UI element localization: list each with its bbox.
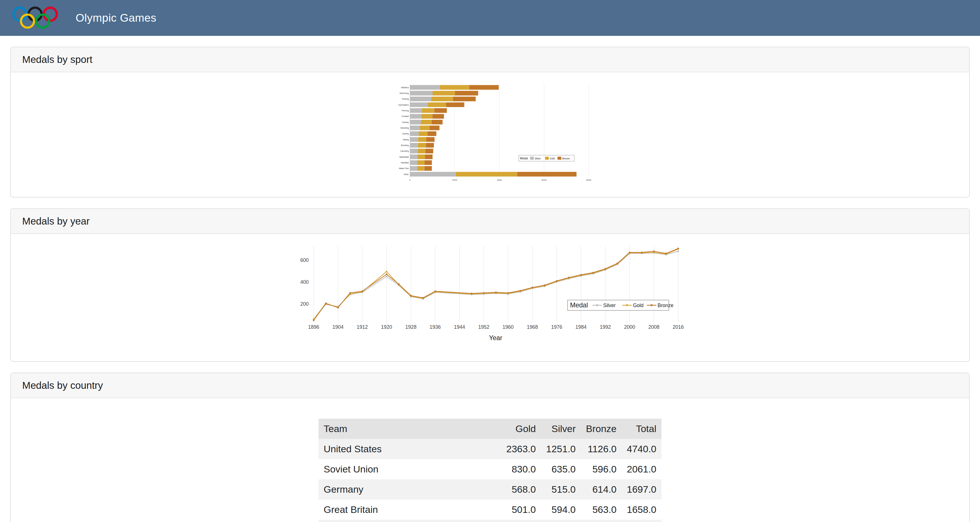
sport-label: Fencing xyxy=(402,110,409,112)
bar-segment-bronze xyxy=(430,126,439,130)
sport-label: Shooting xyxy=(401,144,409,147)
column-header-team: Team xyxy=(318,419,501,439)
legend-title: Medal xyxy=(570,302,588,309)
card-medals-by-year: Medals by year 1896190419121920192819361… xyxy=(10,208,970,362)
y-tick-label: 600 xyxy=(300,257,309,263)
table-row: United States2363.01251.01126.04740.0 xyxy=(318,439,662,459)
legend-swatch-gold xyxy=(545,157,549,160)
data-point xyxy=(641,252,643,253)
bar-segment-gold xyxy=(418,137,426,142)
bar-segment-silver xyxy=(410,96,431,101)
value-cell: 4740.0 xyxy=(622,439,662,459)
legend-dot xyxy=(597,304,598,306)
value-cell: 830.0 xyxy=(501,459,541,479)
data-point xyxy=(508,292,509,294)
bar-segment-silver xyxy=(410,137,418,142)
main-content: Medals by sport 02000400060008000Athleti… xyxy=(0,47,980,522)
bar-segment-silver xyxy=(410,166,417,171)
data-point xyxy=(568,277,570,278)
sport-label: Sailing xyxy=(403,139,409,141)
bar-segment-gold xyxy=(428,102,446,107)
table-row-partial xyxy=(318,520,662,522)
x-tick-label: 2008 xyxy=(648,324,660,330)
bar-segment-silver xyxy=(410,131,419,136)
sport-label: Hockey xyxy=(402,121,409,123)
value-cell: 1697.0 xyxy=(622,479,662,500)
sport-label: Gymnastics xyxy=(398,104,409,106)
card-header-sport: Medals by sport xyxy=(11,47,969,72)
data-point xyxy=(653,251,655,252)
x-axis-label: Year xyxy=(489,334,502,342)
bar-segment-bronze xyxy=(455,91,478,95)
legend-dot xyxy=(626,304,628,306)
data-point xyxy=(665,252,667,254)
sport-label: Basketball xyxy=(399,156,409,158)
data-point xyxy=(483,292,485,294)
x-tick-label: 1920 xyxy=(381,324,392,330)
legend-swatch-bronze xyxy=(557,157,561,160)
sport-label: Cycling xyxy=(402,132,409,135)
bar-segment-bronze xyxy=(517,172,576,176)
data-point xyxy=(592,272,594,273)
card-body-year: 1896190419121920192819361944195219601968… xyxy=(11,234,969,361)
bar-segment-gold xyxy=(417,155,425,159)
bar-segment-bronze xyxy=(428,131,436,136)
bar-segment-bronze xyxy=(426,137,434,142)
data-point xyxy=(410,295,412,297)
bar-segment-gold xyxy=(433,91,455,95)
card-title-year: Medals by year xyxy=(22,216,89,227)
value-cell: 596.0 xyxy=(581,459,622,479)
column-header-total: Total xyxy=(622,419,662,439)
bar-segment-silver xyxy=(410,126,420,130)
bar-segment-bronze xyxy=(425,160,432,165)
card-title-country: Medals by country xyxy=(22,380,103,391)
bar-segment-bronze xyxy=(469,85,498,89)
bar-segment-bronze xyxy=(425,166,432,171)
bar-segment-gold xyxy=(431,96,453,101)
data-point xyxy=(544,284,546,286)
sport-label: Football xyxy=(402,115,409,117)
bar-segment-gold xyxy=(417,166,425,171)
table-head: TeamGoldSilverBronzeTotal xyxy=(318,419,662,439)
card-header-year: Medals by year xyxy=(11,209,969,234)
data-point xyxy=(422,297,424,299)
sport-label: Rowing xyxy=(402,98,409,100)
value-cell: 635.0 xyxy=(541,459,581,479)
bar-segment-silver xyxy=(410,148,418,153)
x-tick-label: 8000 xyxy=(586,179,592,181)
card-body-sport: 02000400060008000AthleticsSwimmingRowing… xyxy=(11,72,969,197)
bar-segment-silver xyxy=(410,108,422,113)
sport-label: Swimming xyxy=(399,92,409,94)
legend-title: Medal xyxy=(520,157,528,160)
x-tick-label: 1944 xyxy=(454,324,465,330)
bar-segment-gold xyxy=(418,148,425,153)
data-point xyxy=(337,307,339,308)
data-point xyxy=(313,319,315,321)
bar-segment-bronze xyxy=(453,96,476,101)
bar-segment-bronze xyxy=(425,148,433,153)
bar-segment-bronze xyxy=(432,120,443,125)
x-tick-label: 2000 xyxy=(452,179,457,181)
bar-segment-gold xyxy=(417,160,425,165)
value-cell: 515.0 xyxy=(541,479,581,500)
bar-segment-gold xyxy=(420,126,430,130)
bar-segment-gold xyxy=(440,85,469,89)
legend-label: Gold xyxy=(550,157,555,160)
table-row: Soviet Union830.0635.0596.02061.0 xyxy=(318,459,662,479)
olympic-rings-icon xyxy=(11,5,64,32)
legend-dot xyxy=(651,304,653,306)
card-medals-by-country: Medals by country TeamGoldSilverBronzeTo… xyxy=(10,373,970,522)
bar-segment-silver xyxy=(410,172,456,176)
legend-swatch-silver xyxy=(530,157,534,160)
legend-label: Silver xyxy=(535,157,541,160)
team-cell: United States xyxy=(318,439,501,459)
data-point xyxy=(520,290,521,291)
data-point xyxy=(605,268,606,270)
value-cell: 614.0 xyxy=(581,479,622,500)
bar-segment-gold xyxy=(422,108,434,113)
column-header-silver: Silver xyxy=(541,419,581,439)
data-point xyxy=(580,274,582,276)
y-tick-label: 400 xyxy=(300,279,309,285)
value-cell: 501.0 xyxy=(501,500,541,520)
table-body: United States2363.01251.01126.04740.0Sov… xyxy=(318,439,662,522)
